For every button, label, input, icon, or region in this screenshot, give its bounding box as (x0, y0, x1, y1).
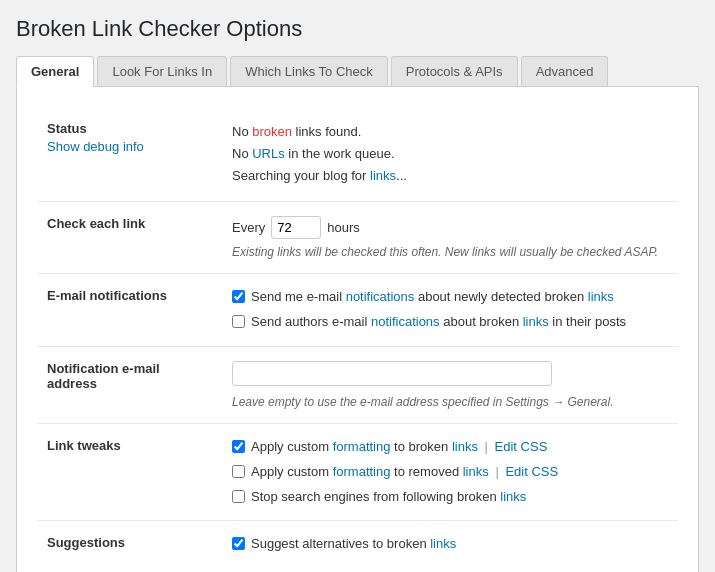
suggestions-label: Suggestions (47, 535, 125, 550)
suggestions-row: Suggestions Suggest alternatives to brok… (37, 521, 678, 568)
settings-table: Status Show debug info No broken links f… (37, 107, 678, 567)
link-tweaks-label: Link tweaks (47, 438, 121, 453)
tab-which-links-to-check[interactable]: Which Links To Check (230, 56, 388, 86)
email-notify-option1: Send me e-mail notifications about newly… (232, 288, 668, 306)
notification-email-label: Notification e-mail address (47, 361, 160, 391)
link-tweaks-label-1[interactable]: Apply custom formatting to broken links … (251, 438, 547, 456)
status-row: Status Show debug info No broken links f… (37, 107, 678, 202)
tab-look-for-links-in[interactable]: Look For Links In (97, 56, 227, 86)
suggestions-option1: Suggest alternatives to broken links (232, 535, 668, 553)
email-notify-option2: Send authors e-mail notifications about … (232, 313, 668, 331)
tab-general[interactable]: General (16, 56, 94, 87)
notification-email-input[interactable] (232, 361, 552, 386)
links-searching-text: links (370, 168, 396, 183)
link-tweaks-label-2[interactable]: Apply custom formatting to removed links… (251, 463, 558, 481)
link-tweaks-option1: Apply custom formatting to broken links … (232, 438, 668, 456)
link-tweaks-label-3[interactable]: Stop search engines from following broke… (251, 488, 526, 506)
email-notify-checkbox-2[interactable] (232, 315, 245, 328)
link-tweaks-option2: Apply custom formatting to removed links… (232, 463, 668, 481)
check-interval-hint: Existing links will be checked this ofte… (232, 245, 668, 259)
status-label: Status (47, 121, 87, 136)
link-tweaks-checkbox-3[interactable] (232, 490, 245, 503)
status-line-3: Searching your blog for links... (232, 165, 668, 187)
email-notify-label-2[interactable]: Send authors e-mail notifications about … (251, 313, 626, 331)
suggestions-checkbox-1[interactable] (232, 537, 245, 550)
show-debug-info-link[interactable]: Show debug info (47, 139, 212, 154)
tab-protocols-apis[interactable]: Protocols & APIs (391, 56, 518, 86)
email-notifications-row: E-mail notifications Send me e-mail noti… (37, 274, 678, 346)
check-each-link-row: Check each link Every hours Existing lin… (37, 202, 678, 274)
link-tweaks-row: Link tweaks Apply custom formatting to b… (37, 423, 678, 521)
page-wrapper: Broken Link Checker Options General Look… (0, 0, 715, 572)
link-tweaks-checkbox-2[interactable] (232, 465, 245, 478)
email-notify-checkbox-1[interactable] (232, 290, 245, 303)
link-tweaks-checkbox-1[interactable] (232, 440, 245, 453)
content-panel: Status Show debug info No broken links f… (16, 87, 699, 572)
check-each-link-label: Check each link (47, 216, 145, 231)
tabs-bar: General Look For Links In Which Links To… (16, 56, 699, 87)
check-interval-input[interactable] (271, 216, 321, 239)
link-tweaks-option3: Stop search engines from following broke… (232, 488, 668, 506)
check-link-input-row: Every hours (232, 216, 668, 239)
notification-email-row: Notification e-mail address Leave empty … (37, 346, 678, 423)
notification-email-hint: Leave empty to use the e-mail address sp… (232, 395, 668, 409)
page-title: Broken Link Checker Options (16, 16, 699, 42)
suggestions-label-1[interactable]: Suggest alternatives to broken links (251, 535, 456, 553)
every-label: Every (232, 220, 265, 235)
edit-css-link-1[interactable]: Edit CSS (495, 439, 548, 454)
tab-advanced[interactable]: Advanced (521, 56, 609, 86)
status-line-2: No URLs in the work queue. (232, 143, 668, 165)
email-notify-label-1[interactable]: Send me e-mail notifications about newly… (251, 288, 614, 306)
hours-label: hours (327, 220, 360, 235)
urls-text: URLs (252, 146, 285, 161)
email-notifications-label: E-mail notifications (47, 288, 167, 303)
broken-link-text: broken (252, 124, 292, 139)
status-line-1: No broken links found. (232, 121, 668, 143)
edit-css-link-2[interactable]: Edit CSS (505, 464, 558, 479)
